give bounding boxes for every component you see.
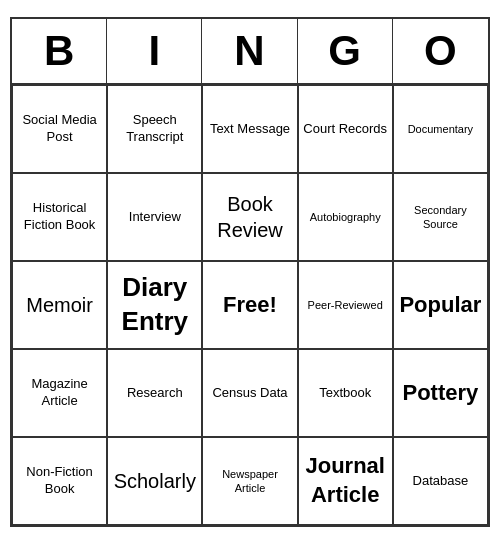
- bingo-grid: Social Media Post Speech Transcript Text…: [12, 85, 488, 525]
- cell-5[interactable]: Historical Fiction Book: [12, 173, 107, 261]
- cell-18[interactable]: Textbook: [298, 349, 393, 437]
- cell-20[interactable]: Non-Fiction Book: [12, 437, 107, 525]
- letter-i: I: [107, 19, 202, 83]
- cell-10[interactable]: Memoir: [12, 261, 107, 349]
- letter-o: O: [393, 19, 488, 83]
- cell-8[interactable]: Autobiography: [298, 173, 393, 261]
- letter-g: G: [298, 19, 393, 83]
- bingo-card: B I N G O Social Media Post Speech Trans…: [10, 17, 490, 527]
- cell-12[interactable]: Free!: [202, 261, 297, 349]
- cell-23[interactable]: Journal Article: [298, 437, 393, 525]
- cell-17[interactable]: Census Data: [202, 349, 297, 437]
- letter-n: N: [202, 19, 297, 83]
- cell-6[interactable]: Interview: [107, 173, 202, 261]
- cell-9[interactable]: Secondary Source: [393, 173, 488, 261]
- cell-7[interactable]: Book Review: [202, 173, 297, 261]
- cell-14[interactable]: Popular: [393, 261, 488, 349]
- cell-4[interactable]: Documentary: [393, 85, 488, 173]
- bingo-header: B I N G O: [12, 19, 488, 85]
- cell-16[interactable]: Research: [107, 349, 202, 437]
- cell-0[interactable]: Social Media Post: [12, 85, 107, 173]
- cell-1[interactable]: Speech Transcript: [107, 85, 202, 173]
- cell-19[interactable]: Pottery: [393, 349, 488, 437]
- cell-2[interactable]: Text Message: [202, 85, 297, 173]
- cell-24[interactable]: Database: [393, 437, 488, 525]
- letter-b: B: [12, 19, 107, 83]
- cell-15[interactable]: Magazine Article: [12, 349, 107, 437]
- cell-22[interactable]: Newspaper Article: [202, 437, 297, 525]
- cell-3[interactable]: Court Records: [298, 85, 393, 173]
- cell-11[interactable]: Diary Entry: [107, 261, 202, 349]
- cell-21[interactable]: Scholarly: [107, 437, 202, 525]
- cell-13[interactable]: Peer-Reviewed: [298, 261, 393, 349]
